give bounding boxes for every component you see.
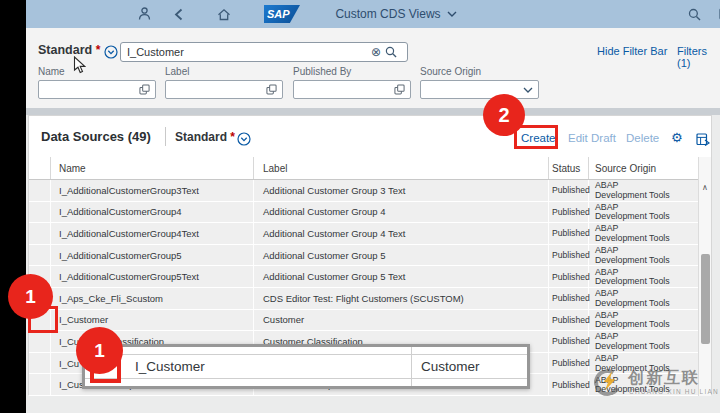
select-all-cell[interactable] xyxy=(29,157,51,179)
app-title-menu[interactable]: Custom CDS Views xyxy=(306,0,486,28)
table-row[interactable]: I_Customer Customer Published ABAP Devel… xyxy=(29,310,711,332)
table-title: Data Sources (49) xyxy=(41,129,151,144)
cell-name: I_Customer xyxy=(51,310,254,331)
column-header-status[interactable]: Status xyxy=(549,157,589,179)
column-header-label[interactable]: Label xyxy=(254,157,549,179)
cell-status: Published xyxy=(549,374,589,395)
row-selector-cell[interactable] xyxy=(29,353,51,374)
cell-label: Customer xyxy=(254,310,549,331)
label-filter-field[interactable] xyxy=(165,80,283,99)
cell-name: I_AdditionalCustomerGroup5 xyxy=(51,245,254,266)
table-row[interactable]: I_AdditionalCustomerGroup5Text Additiona… xyxy=(29,266,711,288)
cell-name: I_AdditionalCustomerGroup4 xyxy=(51,202,254,223)
source-origin-select[interactable] xyxy=(420,80,539,99)
vertical-scrollbar[interactable]: ∧ xyxy=(698,157,711,396)
cell-label: Additional Customer Group 4 Text xyxy=(254,223,549,244)
table-row[interactable]: I_AdditionalCustomerGroup4 Additional Cu… xyxy=(29,202,711,224)
table-row[interactable]: I_AdditionalCustomerGroup4Text Additiona… xyxy=(29,223,711,245)
app-title: Custom CDS Views xyxy=(335,7,440,21)
search-input[interactable] xyxy=(121,46,367,58)
cell-origin: ABAP Development Tools xyxy=(589,245,698,266)
table-header-row: Name Label Status Source Origin xyxy=(29,157,711,180)
cell-label: Additional Customer Group 5 Text xyxy=(254,266,549,287)
step-2-badge: 2 xyxy=(483,94,525,136)
scroll-up-icon[interactable]: ∧ xyxy=(699,183,711,192)
published-by-filter-field[interactable] xyxy=(293,80,411,99)
cell-origin: ABAP Development Tools xyxy=(589,223,698,244)
table-row[interactable]: I_AdditionalCustomerGroup3Text Additiona… xyxy=(29,180,711,202)
clear-icon[interactable]: ⊗ xyxy=(367,43,385,61)
name-filter-label: Name xyxy=(38,66,65,77)
cell-origin: ABAP Development Tools xyxy=(589,331,698,352)
edit-draft-button[interactable]: Edit Draft xyxy=(568,132,616,144)
required-asterisk: * xyxy=(230,130,235,144)
cell-status: Published xyxy=(549,223,589,244)
cell-origin: ABAP Development Tools xyxy=(589,353,698,374)
cell-name: I_AdditionalCustomerGroup4Text xyxy=(51,223,254,244)
step-1-badge: 1 xyxy=(8,274,53,319)
export-icon[interactable] xyxy=(696,133,710,146)
cell-status: Published xyxy=(549,180,589,201)
search-go-icon[interactable] xyxy=(385,46,407,58)
cell-status: Published xyxy=(549,353,589,374)
cell-origin: ABAP Development Tools xyxy=(589,266,698,287)
column-header-name[interactable]: Name xyxy=(51,157,254,179)
shell-header: SAP Custom CDS Views xyxy=(26,0,720,28)
cell-status: Published xyxy=(549,266,589,287)
table-variant-chevron-circle-icon[interactable] xyxy=(237,132,251,146)
cell-label: Additional Customer Group 5 xyxy=(254,245,549,266)
cell-status: Published xyxy=(549,288,589,309)
cell-origin: ABAP Development Tools xyxy=(589,180,698,201)
screenshot-root: SAP Custom CDS Views Standard * ⊗ xyxy=(0,0,720,413)
row-selector-cell[interactable] xyxy=(29,245,51,266)
search-icon[interactable] xyxy=(682,0,706,28)
inset-column-line xyxy=(411,347,412,386)
variant-chevron-circle-icon[interactable] xyxy=(104,45,118,59)
filter-bar: Standard * ⊗ Hide Filter Bar Filters (1)… xyxy=(26,28,720,108)
name-filter-field[interactable] xyxy=(38,80,156,99)
name-filter-input[interactable] xyxy=(39,81,155,98)
column-header-source-origin[interactable]: Source Origin xyxy=(589,157,698,179)
cell-label: CDS Editor Test: Flight Customers (SCUST… xyxy=(254,288,549,309)
filter-variant-name: Standard xyxy=(38,43,92,57)
table-variant[interactable]: Standard * xyxy=(175,130,235,144)
source-origin-select-value[interactable] xyxy=(421,81,538,98)
row-selector-cell[interactable] xyxy=(29,374,51,395)
menu-icon[interactable] xyxy=(714,0,720,28)
row-selector-cell[interactable] xyxy=(29,223,51,244)
home-icon[interactable] xyxy=(212,0,236,28)
required-asterisk: * xyxy=(96,43,101,57)
settings-gear-icon[interactable]: ⚙ xyxy=(671,130,683,145)
row-selector-cell[interactable] xyxy=(29,180,51,201)
table-row[interactable]: I_Aps_Cke_Fli_Scustom CDS Editor Test: F… xyxy=(29,288,711,310)
mouse-cursor xyxy=(73,56,86,74)
search-field[interactable]: ⊗ xyxy=(120,42,408,62)
inset-label-cell: Customer xyxy=(421,347,480,386)
delete-button[interactable]: Delete xyxy=(626,132,659,144)
cell-name: I_Aps_Cke_Fli_Scustom xyxy=(51,288,254,309)
hide-filter-bar-link[interactable]: Hide Filter Bar xyxy=(597,45,667,57)
cell-origin: ABAP Development Tools xyxy=(589,310,698,331)
back-icon[interactable] xyxy=(166,0,190,28)
cell-origin: ABAP Development Tools xyxy=(589,202,698,223)
cell-status: Published xyxy=(549,202,589,223)
cell-origin: ABAP Development Tools xyxy=(589,374,698,395)
magnifier-inset: I_Customer Customer xyxy=(82,344,530,389)
sap-logo[interactable]: SAP xyxy=(264,5,300,23)
cell-origin: ABAP Development Tools xyxy=(589,288,698,309)
filter-variant[interactable]: Standard * xyxy=(38,43,100,57)
cell-status: Published xyxy=(549,245,589,266)
published-by-filter-input[interactable] xyxy=(294,81,410,98)
label-filter-input[interactable] xyxy=(166,81,282,98)
table-row[interactable]: I_AdditionalCustomerGroup5 Additional Cu… xyxy=(29,245,711,267)
table-variant-name: Standard xyxy=(175,130,227,144)
user-icon[interactable] xyxy=(132,0,156,28)
row-selector-cell[interactable] xyxy=(29,202,51,223)
step-1-badge-inset: 1 xyxy=(76,327,123,374)
cell-name: I_AdditionalCustomerGroup3Text xyxy=(51,180,254,201)
scrollbar-thumb[interactable] xyxy=(701,254,710,344)
cell-label: Additional Customer Group 3 Text xyxy=(254,180,549,201)
filters-link[interactable]: Filters (1) xyxy=(677,45,720,69)
row-selector-cell[interactable] xyxy=(29,331,51,352)
section-divider xyxy=(26,108,720,115)
